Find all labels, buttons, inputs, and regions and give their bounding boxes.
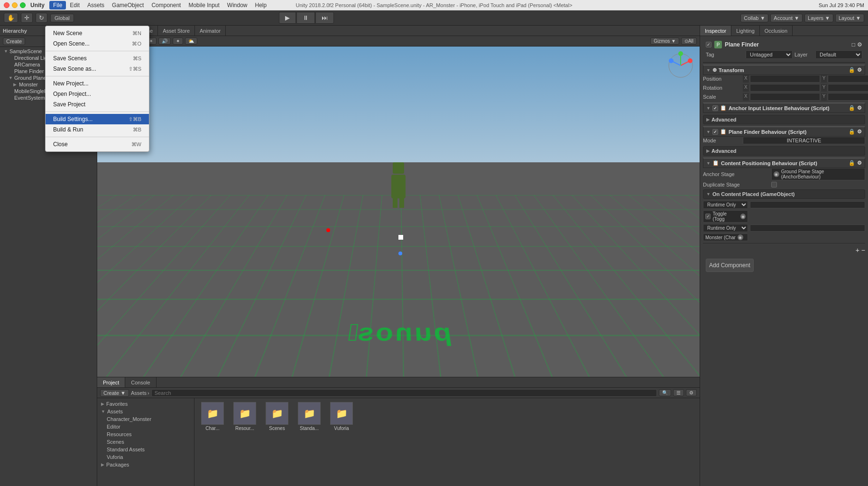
char-monster-item[interactable]: Character_Monster [97, 415, 194, 423]
place-char-field[interactable]: CharacterController.PlaceCharacter [750, 224, 865, 232]
component-active-checkbox[interactable]: ✓ [706, 42, 711, 47]
play-button[interactable]: ▶ [279, 12, 296, 24]
editor-item[interactable]: Editor [97, 423, 194, 430]
menu-window[interactable]: Window [223, 1, 251, 9]
menu-save-project[interactable]: Save Project [46, 99, 149, 110]
step-button[interactable]: ⏭ [315, 12, 334, 24]
menu-assets[interactable]: Assets [83, 1, 108, 9]
menu-new-scene[interactable]: New Scene ⌘N [46, 28, 149, 38]
anchor-input-lock-icon[interactable]: 🔒 [849, 105, 855, 111]
layer-dropdown[interactable]: Default [815, 50, 862, 59]
standard-assets-item[interactable]: Standard Assets [97, 446, 194, 453]
maximize-btn[interactable] [20, 2, 26, 8]
transform-lock-icon[interactable]: 🔒 [849, 67, 855, 73]
hierarchy-create-btn[interactable]: Create [3, 37, 25, 45]
advanced-section-2[interactable]: ▶ Advanced [703, 146, 865, 156]
asset-search-input[interactable] [151, 389, 657, 397]
animator-tab[interactable]: Animator [195, 26, 226, 36]
menu-mobile-input[interactable]: Mobile Input [185, 1, 223, 9]
content-pos-lock-icon[interactable]: 🔒 [849, 160, 855, 166]
minus-icon[interactable]: − [861, 246, 865, 254]
vuforia-item[interactable]: Vuforia [97, 453, 194, 461]
menu-build-settings[interactable]: Build Settings... ⇧⌘B [46, 114, 149, 124]
anchor-input-section[interactable]: ▼ ✓ 📋 Anchor Input Listener Behaviour (S… [703, 103, 865, 113]
advanced-section-1[interactable]: ▶ Advanced [703, 115, 865, 124]
hand-tool-btn[interactable]: ✋ [4, 13, 18, 23]
console-tab[interactable]: Console [125, 377, 156, 387]
transform-settings-icon[interactable]: ⚙ [857, 67, 862, 73]
gizmos-btn[interactable]: Gizmos ▼ [650, 37, 679, 45]
global-btn[interactable]: Global [50, 14, 74, 22]
anchor-input-checkbox[interactable]: ✓ [712, 105, 718, 111]
menu-component[interactable]: Component [148, 1, 185, 9]
search-btn[interactable]: 🔍 [659, 389, 671, 396]
tag-dropdown[interactable]: Untagged [746, 50, 793, 59]
menu-help[interactable]: Help [251, 1, 271, 9]
project-tab[interactable]: Project [97, 377, 125, 387]
layout-dropdown[interactable]: Layout ▼ [835, 14, 864, 22]
sky-btn[interactable]: ⛅ [185, 37, 197, 45]
asset-standa[interactable]: 📁 Standa... [295, 402, 323, 431]
rot-y-input[interactable]: 0 [828, 84, 868, 92]
scale-y-input[interactable]: 1 [828, 93, 868, 101]
asset-store-tab[interactable]: Asset Store [158, 26, 195, 36]
transform-section[interactable]: ▼ ⊕ Transform 🔒 ⚙ [703, 65, 865, 75]
plane-finder-checkbox[interactable]: ✓ [712, 129, 718, 135]
runtime-dropdown-1[interactable]: Runtime Only [703, 201, 748, 209]
account-dropdown[interactable]: Account ▼ [770, 14, 803, 22]
runtime-dropdown-2[interactable]: Runtime Only [703, 224, 748, 232]
plane-finder-section[interactable]: ▼ ✓ 📋 Plane Finder Behaviour (Script) 🔒 … [703, 126, 865, 137]
content-pos-section[interactable]: ▼ 📋 Content Positioning Behaviour (Scrip… [703, 158, 865, 168]
scene-viewport[interactable]: punos⃠ [97, 47, 700, 377]
close-btn[interactable] [4, 2, 9, 8]
sound-btn[interactable]: 🔊 [158, 37, 171, 45]
menu-close[interactable]: Close ⌘W [46, 139, 149, 150]
menu-file[interactable]: File [49, 1, 66, 9]
menu-open-project[interactable]: Open Project... [46, 89, 149, 99]
project-create-btn[interactable]: Create ▼ [100, 389, 129, 397]
menu-save-scene-as[interactable]: Save Scene as... ⇧⌘S [46, 64, 149, 74]
scenes-item[interactable]: Scenes [97, 438, 194, 446]
plane-finder-settings-icon[interactable]: ⚙ [857, 129, 862, 135]
anchor-input-settings-icon[interactable]: ⚙ [857, 105, 862, 111]
content-pos-settings-icon[interactable]: ⚙ [857, 160, 862, 166]
add-component-button[interactable]: Add Component [706, 259, 754, 272]
rotate-tool-btn[interactable]: ↻ [36, 13, 47, 23]
rot-x-input[interactable]: 0 [750, 84, 820, 92]
inspector-tab[interactable]: Inspector [700, 26, 731, 36]
asset-resour[interactable]: 📁 Resour... [231, 402, 259, 431]
resources-item[interactable]: Resources [97, 430, 194, 438]
duplicate-stage-checkbox[interactable] [771, 182, 777, 187]
on-content-placed-section[interactable]: ▼ On Content Placed (GameObject) [703, 189, 865, 199]
inspector-options-icon[interactable]: ⚙ [857, 41, 862, 48]
layers-dropdown[interactable]: Layers ▼ [804, 14, 833, 22]
fx-btn[interactable]: ✦ [173, 37, 183, 45]
menu-open-scene[interactable]: Open Scene... ⌘O [46, 38, 149, 49]
collab-dropdown[interactable]: Collab ▼ [740, 14, 768, 22]
pause-button[interactable]: ⏸ [296, 12, 315, 24]
menu-build-run[interactable]: Build & Run ⌘B [46, 124, 149, 135]
menu-save-scenes[interactable]: Save Scenes ⌘S [46, 53, 149, 64]
scale-x-input[interactable]: 1 [750, 93, 820, 101]
occlusion-tab[interactable]: Occlusion [760, 26, 793, 36]
toggle-ison-field[interactable]: Toggle.isOn [750, 201, 865, 208]
menu-edit[interactable]: Edit [66, 1, 83, 9]
plane-finder-lock-icon[interactable]: 🔒 [849, 129, 855, 135]
lighting-tab[interactable]: Lighting [731, 26, 760, 36]
asset-char[interactable]: 📁 Char... [198, 402, 227, 431]
assets-section[interactable]: ▼ Assets [97, 408, 194, 415]
toggle-obj-checkbox[interactable]: ✓ [705, 214, 711, 219]
pos-y-input[interactable]: 0 [828, 75, 868, 83]
menu-new-project[interactable]: New Project... [46, 78, 149, 89]
settings-btn[interactable]: ⚙ [686, 389, 697, 396]
move-tool-btn[interactable]: ✛ [21, 13, 33, 23]
minimize-btn[interactable] [12, 2, 18, 8]
menu-gameobject[interactable]: GameObject [108, 1, 148, 9]
filter-btn[interactable]: ☰ [673, 389, 684, 396]
asset-scenes[interactable]: 📁 Scenes [263, 402, 291, 431]
packages-item[interactable]: ▶ Packages [97, 461, 194, 468]
pos-x-input[interactable]: 0 [750, 75, 820, 83]
favorites-section[interactable]: ▶ Favorites [97, 400, 194, 408]
asset-vuforia[interactable]: 📁 Vuforia [327, 402, 356, 431]
plus-icon[interactable]: + [856, 246, 859, 254]
